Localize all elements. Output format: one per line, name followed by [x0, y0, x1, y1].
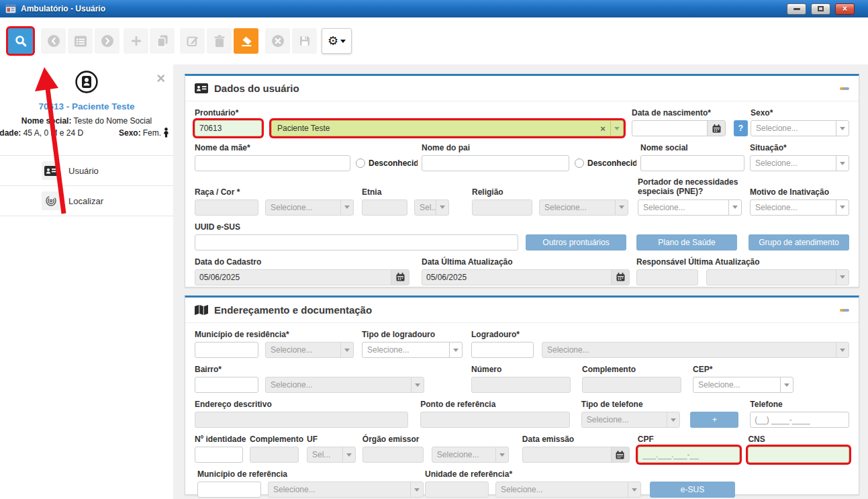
collapse-icon[interactable]: [840, 309, 849, 312]
tipo-logradouro-label: Tipo de logradouro: [362, 330, 463, 339]
chevron-down-icon: [340, 200, 353, 215]
prontuario-input[interactable]: [195, 120, 262, 136]
add-record-button[interactable]: [124, 28, 148, 54]
mae-desconhecida-label: Desconhecida: [369, 158, 418, 168]
sexo-select[interactable]: Selecione...: [751, 120, 849, 136]
form-row: Nº identidade Complemento UF Sel... Órgã…: [195, 435, 849, 463]
record-list-button[interactable]: [68, 28, 93, 54]
data-atualizacao-label: Data Última Atualização: [422, 257, 630, 267]
telefone-input[interactable]: [750, 412, 849, 428]
mae-desconhecida-radio[interactable]: Desconhecida: [356, 155, 418, 171]
nome-social-input[interactable]: [640, 155, 744, 171]
list-icon: [74, 35, 87, 48]
sidebar-item-usuario[interactable]: Usuário: [0, 156, 173, 186]
nome-social-label: Nome social: [640, 143, 744, 152]
identidade-input[interactable]: [195, 447, 243, 463]
esus-button[interactable]: e-SUS: [650, 482, 735, 498]
close-button[interactable]: ×: [835, 3, 855, 15]
outros-prontuarios-button[interactable]: Outros prontuários: [526, 234, 626, 251]
calendar-icon[interactable]: [707, 121, 725, 136]
municipio-referencia-input[interactable]: [197, 482, 261, 498]
pai-desconhecido-radio[interactable]: Desconhecido: [575, 155, 636, 171]
cep-label: CEP*: [693, 365, 793, 374]
bairro-select-placeholder: Selecione...: [266, 380, 411, 390]
idade-label: Idade:: [0, 128, 21, 138]
copy-icon: [156, 34, 169, 48]
cns-input[interactable]: [748, 447, 849, 463]
nome-paciente-input[interactable]: [272, 124, 595, 133]
grupo-atendimento-button[interactable]: Grupo de atendimento: [749, 234, 849, 251]
raca-cor-select: Selecione...: [265, 199, 354, 216]
search-button[interactable]: [8, 28, 33, 54]
uuid-esus-input[interactable]: [195, 234, 518, 251]
chevron-down-icon[interactable]: [610, 121, 623, 136]
clear-icon[interactable]: ×: [595, 124, 610, 134]
calendar-icon: [611, 270, 629, 285]
delete-record-button[interactable]: [207, 28, 232, 54]
settings-button[interactable]: ⚙: [322, 28, 352, 54]
cns-field: CNS: [748, 435, 849, 463]
sexo-help-button[interactable]: ?: [734, 120, 748, 136]
radio-circle-icon[interactable]: [356, 158, 365, 168]
logradouro-input[interactable]: [471, 342, 534, 358]
chevron-down-icon: [836, 121, 849, 136]
uf-select-placeholder: Sel...: [307, 450, 342, 459]
logradouro-select: Selecione...: [542, 342, 849, 358]
uf-select: Sel...: [307, 447, 356, 463]
panel-enderecamento-header: Endereçamento e documentação: [185, 298, 859, 323]
ponto-referencia-label: Ponto de referência: [420, 400, 570, 409]
fingerprint-icon: [42, 191, 60, 210]
situacao-select-placeholder: Selecione...: [751, 158, 836, 168]
save-button[interactable]: [292, 28, 317, 54]
plus-icon: [130, 34, 143, 48]
ponto-referencia-input: [420, 412, 570, 428]
chevron-down-icon: [836, 156, 849, 171]
situacao-select[interactable]: Selecione...: [750, 155, 849, 171]
data-nascimento-input[interactable]: [632, 121, 707, 136]
nome-paciente-field[interactable]: ×: [271, 120, 624, 136]
cep-select[interactable]: Selecione...: [693, 377, 793, 393]
plano-saude-button[interactable]: Plano de Saúde: [636, 234, 737, 251]
minimize-button[interactable]: [787, 3, 806, 15]
map-icon: [195, 305, 208, 315]
responsavel-field: Responsável Última Atualização: [636, 257, 849, 285]
panel-enderecamento-body: Município de residência* Selecione... Ti…: [185, 323, 859, 498]
add-telefone-button[interactable]: +: [690, 412, 738, 428]
form-row: Município de referência Selecione... Uni…: [195, 469, 849, 498]
tipo-logradouro-select[interactable]: Selecione...: [362, 342, 463, 358]
sidebar-close-icon[interactable]: ×: [156, 71, 165, 86]
cancel-button[interactable]: [265, 28, 290, 54]
clear-form-button[interactable]: [234, 28, 258, 54]
situacao-label: Situação*: [750, 143, 849, 152]
sidebar-item-localizar[interactable]: Localizar: [0, 186, 173, 216]
next-record-button[interactable]: [95, 28, 119, 54]
municipio-residencia-input[interactable]: [195, 342, 258, 358]
data-cadastro-input: [195, 270, 391, 285]
identidade-label: Nº identidade: [195, 435, 243, 444]
nome-pai-input[interactable]: [422, 155, 569, 171]
chevron-down-icon: [728, 200, 741, 215]
tipo-telefone-field: Tipo de telefone Selecione...: [581, 400, 681, 428]
telefone-field: Telefone: [750, 400, 849, 428]
nome-mae-label: Nome da mãe*: [195, 143, 350, 152]
bairro-input[interactable]: [195, 377, 258, 393]
identidade-complemento-label: Complemento: [250, 435, 299, 444]
cpf-input[interactable]: [638, 447, 740, 463]
edit-record-button[interactable]: [180, 28, 205, 54]
pne-select[interactable]: Selecione...: [638, 199, 742, 216]
numero-input: [471, 377, 571, 393]
gear-icon: ⚙: [328, 35, 338, 47]
cep-field: CEP* Selecione...: [693, 365, 793, 393]
municipio-residencia-field: Município de residência* Selecione...: [195, 330, 354, 358]
panel-dados-body: Prontuário* × Data de nascimento* Sexo*: [185, 101, 859, 285]
panel-enderecamento: Endereçamento e documentação Município d…: [185, 296, 859, 495]
nome-mae-input[interactable]: [195, 155, 350, 171]
motivo-inativacao-select[interactable]: Selecione...: [750, 199, 849, 216]
collapse-icon[interactable]: [840, 87, 849, 90]
previous-record-button[interactable]: [41, 28, 66, 54]
radio-circle-icon[interactable]: [575, 158, 584, 168]
restore-button[interactable]: [811, 3, 830, 15]
panel-dados-title: Dados do usuário: [214, 83, 299, 94]
pai-desconhecido-label: Desconhecido: [587, 158, 636, 168]
copy-record-button[interactable]: [150, 28, 175, 54]
